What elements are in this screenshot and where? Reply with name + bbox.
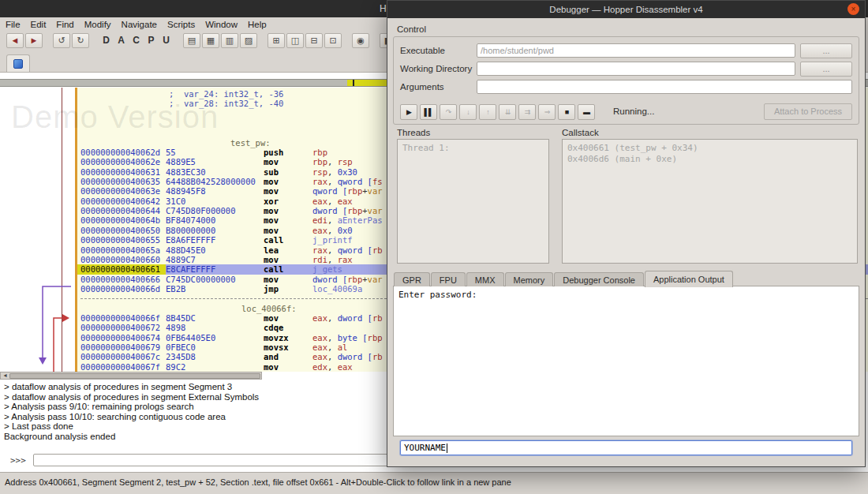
operand-token: aEnterPas bbox=[338, 215, 383, 225]
application-output-panel[interactable]: Enter password: bbox=[393, 286, 859, 436]
menu-scripts[interactable]: Scripts bbox=[167, 20, 195, 29]
threads-panel[interactable]: Thread 1: bbox=[397, 139, 549, 264]
operand-token: 0x0 bbox=[338, 226, 353, 235]
redo-button[interactable]: ↻ bbox=[72, 33, 89, 48]
operand-token: eax bbox=[312, 196, 327, 206]
undo-button[interactable]: ↺ bbox=[53, 33, 70, 48]
menu-window[interactable]: Window bbox=[205, 20, 238, 29]
operand-token: rbp bbox=[347, 275, 362, 284]
operand-token: rb bbox=[372, 245, 383, 255]
mark-procedure-button[interactable]: P bbox=[144, 33, 158, 48]
mark-code-button[interactable]: C bbox=[129, 33, 143, 48]
mark-data-button[interactable]: D bbox=[99, 33, 113, 48]
tab-gpr[interactable]: GPR bbox=[394, 272, 430, 286]
instruction-bytes: 4889E5 bbox=[166, 157, 264, 167]
arguments-input[interactable] bbox=[477, 80, 852, 94]
detach-button[interactable]: ▬ bbox=[578, 104, 595, 120]
continue-button[interactable]: ▶ bbox=[400, 104, 417, 120]
mnemonic: xor bbox=[264, 196, 312, 206]
operands: edx, eax bbox=[312, 362, 353, 372]
step-into-instruction-button[interactable]: ⇊ bbox=[499, 104, 516, 120]
tab-fpu[interactable]: FPU bbox=[431, 272, 466, 286]
working-directory-input[interactable] bbox=[477, 62, 795, 76]
operands: rsp, 0x30 bbox=[312, 167, 357, 177]
address: 0000000000400679 bbox=[77, 342, 166, 352]
scroll-left-arrow-icon[interactable]: ◂ bbox=[1, 372, 9, 379]
menu-edit[interactable]: Edit bbox=[31, 20, 47, 29]
hex-view-button[interactable]: ▨ bbox=[240, 33, 257, 48]
operand-token: rb bbox=[372, 313, 383, 323]
layout-rows-button[interactable]: ⊟ bbox=[305, 33, 323, 48]
stop-button[interactable]: ■ bbox=[558, 104, 575, 120]
cfg-view-button[interactable]: ▦ bbox=[202, 33, 219, 48]
prompt-label: >>> bbox=[10, 455, 26, 466]
tab-memory[interactable]: Memory bbox=[505, 272, 554, 286]
menu-modify[interactable]: Modify bbox=[84, 20, 111, 29]
tab-application-output[interactable]: Application Output bbox=[645, 271, 733, 287]
unmark-button[interactable]: U bbox=[159, 33, 173, 48]
address: 0000000000400660 bbox=[77, 255, 166, 264]
application-input-field[interactable]: YOURNAME bbox=[400, 440, 852, 455]
executable-browse-button[interactable]: ... bbox=[800, 43, 852, 58]
layout-grid-button[interactable]: ⊡ bbox=[324, 33, 342, 48]
mnemonic: cdqe bbox=[264, 323, 312, 332]
assembly-view-button[interactable]: ▤ bbox=[183, 33, 200, 48]
instruction-bytes: 488945F8 bbox=[166, 186, 264, 196]
operand-token: byte [ bbox=[338, 333, 368, 342]
document-tab[interactable] bbox=[6, 54, 30, 72]
pseudocode-view-button[interactable]: ▥ bbox=[221, 33, 238, 48]
debugger-title: Debugger — Hopper Disassembler v4 bbox=[549, 5, 702, 14]
step-over-button[interactable]: ↷ bbox=[440, 104, 457, 120]
address: 000000000040063e bbox=[77, 186, 166, 196]
operand-token: , bbox=[327, 177, 338, 186]
executable-input[interactable]: /home/student/pwd bbox=[477, 43, 795, 58]
run-status-text: Running... bbox=[613, 107, 654, 116]
scrollbar-thumb[interactable] bbox=[9, 373, 260, 379]
mnemonic: jmp bbox=[264, 284, 312, 294]
step-over-instruction-button[interactable]: ⇉ bbox=[518, 104, 536, 120]
operand-token: qword [ bbox=[338, 245, 372, 255]
instruction-bytes: 0FB64405E0 bbox=[166, 333, 264, 342]
debugger-body: Control ▶▌▌↷↓↑⇊⇉⇒■▬ Running... Attach to… bbox=[387, 18, 865, 466]
layout-single-button[interactable]: ⊞ bbox=[268, 33, 285, 48]
field-row-arguments: Arguments bbox=[394, 80, 859, 95]
mnemonic: mov bbox=[264, 206, 312, 215]
mnemonic: sub bbox=[264, 167, 312, 177]
nav-forward-button[interactable]: ► bbox=[25, 33, 43, 48]
screen: H FileEditFindModifyNavigateScriptsWindo… bbox=[0, 0, 868, 494]
tab-mmx[interactable]: MMX bbox=[466, 272, 504, 286]
menu-help[interactable]: Help bbox=[248, 20, 267, 29]
mnemonic: mov bbox=[264, 255, 312, 264]
menu-find[interactable]: Find bbox=[56, 20, 73, 29]
mark-ascii-button[interactable]: A bbox=[114, 33, 128, 48]
operands: rax, qword [rb bbox=[312, 245, 383, 255]
close-button[interactable]: × bbox=[847, 3, 859, 15]
working-directory-browse-button[interactable]: ... bbox=[800, 62, 852, 77]
debugger-titlebar[interactable]: Debugger — Hopper Disassembler v4 × bbox=[387, 1, 865, 18]
operand-token: j_printf bbox=[312, 235, 353, 245]
nav-back-button[interactable]: ◄ bbox=[6, 33, 24, 48]
menu-navigate[interactable]: Navigate bbox=[122, 20, 157, 29]
run-to-cursor-button[interactable]: ⇒ bbox=[538, 104, 556, 120]
toolbar-group-5: ⊞◫⊟⊡ bbox=[268, 33, 342, 48]
step-into-button[interactable]: ↓ bbox=[459, 104, 477, 120]
thread-entry: Thread 1: bbox=[402, 143, 544, 154]
operands: eax, 0x0 bbox=[312, 226, 353, 235]
horizontal-scrollbar[interactable]: ◂ bbox=[0, 372, 262, 380]
operand-token: , bbox=[327, 255, 338, 264]
mnemonic: movsx bbox=[264, 342, 312, 352]
mnemonic: movzx bbox=[264, 333, 312, 342]
pause-button[interactable]: ▌▌ bbox=[420, 104, 437, 120]
instruction-bytes: 4889C7 bbox=[166, 255, 264, 264]
operand-token: fs bbox=[372, 177, 383, 186]
operand-token: rdi bbox=[312, 255, 327, 264]
operand-token: rsp bbox=[338, 157, 353, 167]
application-output-text: Enter password: bbox=[398, 290, 854, 300]
tab-debugger-console[interactable]: Debugger Console bbox=[554, 272, 644, 286]
step-out-button[interactable]: ↑ bbox=[479, 104, 496, 120]
callstack-panel[interactable]: 0x400661 (test_pw + 0x34)0x4006d6 (main … bbox=[562, 139, 858, 264]
menu-file[interactable]: File bbox=[6, 20, 21, 29]
layout-columns-button[interactable]: ◫ bbox=[286, 33, 304, 48]
navigate-target-button[interactable]: ◉ bbox=[352, 33, 369, 48]
attach-to-process-button[interactable]: Attach to Process bbox=[764, 103, 852, 120]
